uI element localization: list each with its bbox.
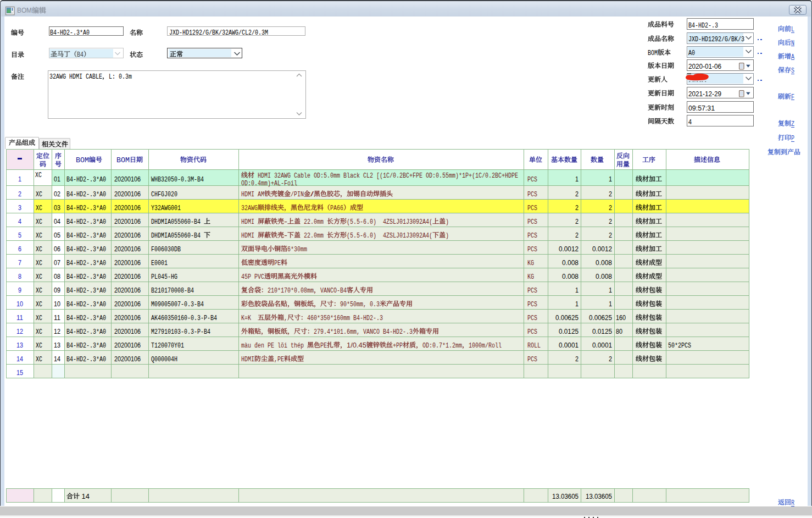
- svg-text:2020-01-06: 2020-01-06: [688, 62, 721, 70]
- svg-text:6: 6: [18, 245, 21, 252]
- svg-text:HDMI: HDMI: [241, 232, 258, 239]
- svg-text:90*50mm, 0.3: 90*50mm, 0.3: [340, 300, 380, 308]
- svg-text:50*2PCS: 50*2PCS: [668, 341, 691, 349]
- svg-text:05: 05: [54, 231, 60, 239]
- svg-text:02: 02: [54, 190, 60, 197]
- svg-text:20200106: 20200106: [114, 286, 141, 294]
- svg-text:2: 2: [575, 355, 579, 362]
- svg-text:B4-HD2-.3*A0: B4-HD2-.3*A0: [66, 341, 106, 349]
- svg-text:XC: XC: [35, 172, 42, 179]
- svg-text:F006030DB: F006030DB: [151, 245, 181, 253]
- svg-text:1: 1: [575, 286, 579, 294]
- svg-text:1: 1: [575, 175, 579, 183]
- svg-text:1: 1: [18, 175, 21, 183]
- svg-text:XC: XC: [36, 273, 42, 280]
- svg-text:XC: XC: [36, 328, 42, 335]
- svg-text:12: 12: [16, 327, 23, 335]
- svg-text:20200106: 20200106: [114, 313, 141, 321]
- svg-text:20200106: 20200106: [114, 245, 141, 252]
- svg-text:14: 14: [80, 492, 90, 500]
- svg-text:PCS: PCS: [527, 218, 537, 225]
- svg-text:PCS: PCS: [527, 355, 537, 363]
- svg-text:màu đen PE lõi thép: màu đen PE lõi thép: [241, 341, 307, 349]
- svg-text:): ): [446, 232, 449, 239]
- svg-text:XC: XC: [36, 245, 42, 253]
- svg-text:B4-HD2-.3: B4-HD2-.3: [688, 21, 718, 29]
- svg-text:13: 13: [16, 341, 23, 349]
- svg-text:2: 2: [609, 355, 612, 362]
- svg-text:3: 3: [18, 203, 21, 211]
- svg-text:1: 1: [609, 175, 612, 183]
- svg-text:0.008: 0.008: [562, 258, 579, 266]
- svg-text:HDMI AM: HDMI AM: [241, 190, 264, 198]
- svg-text:15: 15: [16, 368, 23, 376]
- svg-text:10: 10: [16, 300, 23, 307]
- svg-text:XC: XC: [36, 204, 42, 212]
- svg-text:09:57:31: 09:57:31: [688, 104, 715, 112]
- svg-text:20200106: 20200106: [114, 327, 141, 335]
- svg-text:XC: XC: [36, 218, 42, 225]
- svg-text:+PP: +PP: [393, 341, 403, 349]
- svg-text:PCS: PCS: [527, 314, 537, 322]
- svg-text:(5.5-6.0) 4ZSLJ01J3092A4(: (5.5-6.0) 4ZSLJ01J3092A4(: [347, 232, 432, 239]
- svg-text:L: 0.3m: L: 0.3m: [109, 73, 132, 81]
- svg-text:B4-HD2-.3*A0: B4-HD2-.3*A0: [66, 286, 106, 294]
- svg-text:1: 1: [609, 286, 612, 294]
- svg-text:0.008: 0.008: [596, 258, 612, 266]
- svg-text:13.03605: 13.03605: [552, 492, 579, 500]
- svg-text:20200106: 20200106: [114, 300, 141, 307]
- svg-text:0.0012: 0.0012: [592, 245, 612, 252]
- svg-text:20200106: 20200106: [114, 175, 141, 183]
- svg-text:B4-HD2-.3*A0: B4-HD2-.3*A0: [66, 232, 106, 239]
- svg-text:2: 2: [609, 231, 612, 239]
- svg-text:PCS: PCS: [527, 204, 537, 212]
- svg-text:HDMI: HDMI: [241, 355, 254, 363]
- svg-text:XC: XC: [36, 300, 42, 308]
- svg-text:32AWG HDMI CABLE: 32AWG HDMI CABLE: [49, 73, 102, 81]
- svg-text:7: 7: [18, 258, 21, 266]
- svg-text:VANCO-B4: VANCO-B4: [320, 286, 347, 294]
- svg-text:279.4*101.6mm, VANCO B4-HD2-.3: 279.4*101.6mm, VANCO B4-HD2-.3: [314, 328, 413, 335]
- svg-text:JXD-HD1292/G/BK/32AWG/CL2/0.3M: JXD-HD1292/G/BK/32AWG/CL2/0.3M: [169, 29, 268, 37]
- svg-text:JXD-HD1292/G/BK/3: JXD-HD1292/G/BK/3: [688, 36, 744, 43]
- svg-text:4: 4: [688, 118, 692, 125]
- svg-text:PCS: PCS: [527, 300, 537, 308]
- svg-text:XC: XC: [36, 341, 42, 349]
- svg-text:B4-HD2-.3*A0: B4-HD2-.3*A0: [66, 175, 106, 183]
- svg-text:13: 13: [54, 341, 60, 349]
- svg-text:09: 09: [54, 286, 60, 294]
- svg-text:20200106: 20200106: [114, 341, 141, 349]
- svg-text:0.008: 0.008: [596, 272, 612, 280]
- svg-text:13.03605: 13.03605: [586, 492, 612, 500]
- svg-text:B4-HD2-.3*A0: B4-HD2-.3*A0: [66, 190, 106, 198]
- svg-text:20200106: 20200106: [114, 355, 141, 362]
- svg-text:DHDMIA055060-B4: DHDMIA055060-B4: [151, 218, 204, 225]
- svg-text:T120070Y01: T120070Y01: [151, 341, 184, 349]
- svg-text:KG: KG: [527, 273, 534, 280]
- svg-text:9: 9: [18, 286, 21, 294]
- svg-text:(5.5-6.0) 4ZSLJ01J3092A4(: (5.5-6.0) 4ZSLJ01J3092A4(: [347, 218, 432, 225]
- svg-text:11: 11: [16, 313, 23, 321]
- svg-text:E0001: E0001: [151, 259, 168, 267]
- svg-text:32AWG: 32AWG: [241, 204, 258, 212]
- svg-text:/PIN: /PIN: [291, 190, 304, 198]
- svg-text:20200106: 20200106: [114, 190, 141, 197]
- svg-text:B4-HD2-.3*A0: B4-HD2-.3*A0: [66, 355, 106, 363]
- svg-text:2: 2: [609, 190, 612, 197]
- svg-text:-: -: [284, 217, 287, 225]
- svg-text:B4-HD2-.3*A0: B4-HD2-.3*A0: [66, 300, 106, 308]
- svg-text:1: 1: [575, 300, 579, 307]
- svg-text:20200106: 20200106: [114, 217, 141, 225]
- svg-text:DHDMIA055060-B4: DHDMIA055060-B4: [151, 232, 204, 239]
- svg-text:160: 160: [616, 313, 626, 321]
- svg-text:OD:0.7*1.2mm: OD:0.7*1.2mm: [422, 341, 462, 349]
- svg-text:B4-HD2-.3*A0: B4-HD2-.3*A0: [66, 314, 106, 322]
- svg-text:2: 2: [575, 231, 579, 239]
- svg-text:Q000004H: Q000004H: [151, 355, 177, 363]
- svg-text:10: 10: [54, 300, 60, 307]
- svg-text:0.0125: 0.0125: [592, 327, 612, 335]
- svg-text:PCS: PCS: [527, 232, 537, 239]
- svg-text:M27910103-0.3-P-B4: M27910103-0.3-P-B4: [151, 328, 210, 335]
- svg-text:/: /: [310, 190, 314, 197]
- svg-text:B4-HD2-.3*A0: B4-HD2-.3*A0: [66, 245, 106, 253]
